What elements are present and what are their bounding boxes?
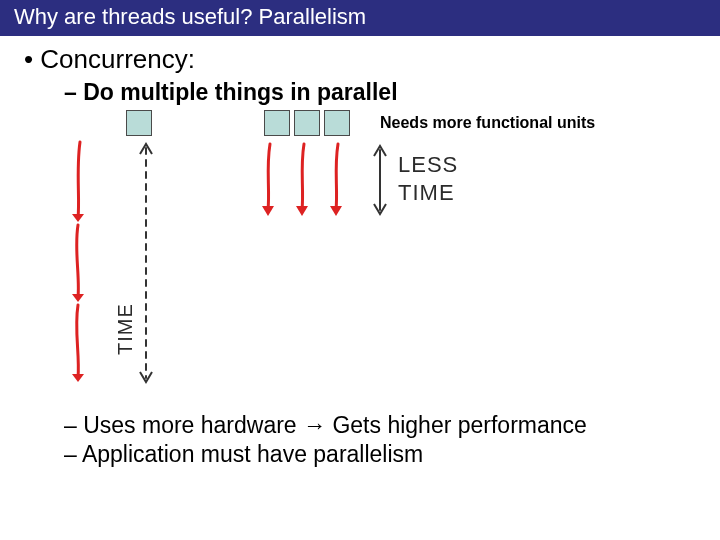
sketch-layer <box>18 110 718 410</box>
bullet-parallel: – Do multiple things in parallel <box>64 79 702 106</box>
bullet-app-parallelism: – Application must have parallelism <box>64 441 702 468</box>
arrow-icon: → <box>303 412 326 438</box>
slide-content: • Concurrency: – Do multiple things in p… <box>0 36 720 468</box>
bullet-hardware: – Uses more hardware → Gets higher perfo… <box>64 412 702 439</box>
handwritten-less: LESS <box>398 152 458 178</box>
handwritten-time-right: TIME <box>398 180 455 206</box>
bullet-hardware-head: – Uses more hardware <box>64 412 303 438</box>
handwritten-time-left: TIME <box>114 303 137 355</box>
diagram-area: Needs more functional units <box>18 110 718 410</box>
bullet-hardware-tail: Gets higher performance <box>326 412 587 438</box>
bullet-concurrency: • Concurrency: <box>24 44 702 75</box>
slide-title: Why are threads useful? Parallelism <box>0 0 720 36</box>
